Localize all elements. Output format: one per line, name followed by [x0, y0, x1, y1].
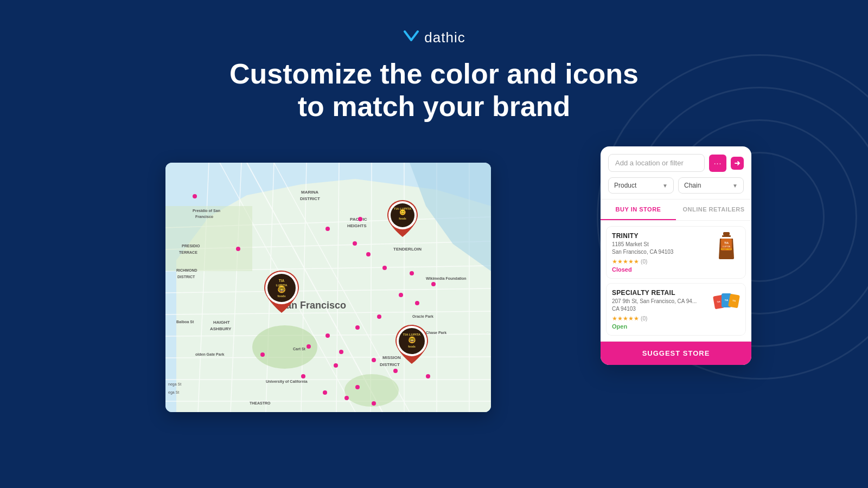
- logo-text: dathic: [424, 29, 465, 46]
- store-name-specialty: SPECIALTY RETAIL: [612, 289, 707, 297]
- tab-online-retailers[interactable]: ONLINE RETAILERS: [676, 200, 751, 220]
- store-status-trinity: Closed: [612, 266, 707, 273]
- svg-text:foods: foods: [278, 294, 286, 298]
- store-info-trinity: TRINITY 1185 Market St San Francisco, CA…: [612, 232, 707, 273]
- map-dot: [301, 374, 305, 378]
- map-dot: [260, 352, 265, 357]
- map-dot: [426, 374, 430, 378]
- store-info-specialty: SPECIALTY RETAIL 207 9th St, San Francis…: [612, 289, 707, 330]
- map-pin-3: TIA LUPITA 🤓 foods: [393, 323, 430, 366]
- svg-text:foods: foods: [399, 217, 406, 220]
- store-list: TRINITY 1185 Market St San Francisco, CA…: [601, 221, 751, 341]
- map-label-ashbury: ASHBURY: [210, 326, 231, 331]
- chain-filter[interactable]: Chain ▼: [678, 177, 744, 194]
- product-filter[interactable]: Product ▼: [608, 177, 674, 194]
- map-label-presidio-terrace: PRESIDIO: [182, 244, 200, 248]
- svg-text:LUPITA: LUPITA: [723, 245, 730, 248]
- map-dot: [358, 217, 362, 221]
- chain-filter-arrow: ▼: [732, 183, 738, 189]
- tab-buy-in-store[interactable]: BUY IN STORE: [601, 200, 676, 220]
- store-image-trinity: TIA LUPITA HOT SAUCE: [713, 232, 740, 259]
- map-dot: [393, 369, 398, 373]
- map-label-marina: MARINA: [301, 190, 318, 195]
- store-finder-panel: Add a location or filter ··· Product ▼ C…: [601, 146, 751, 365]
- search-row: Add a location or filter ···: [608, 154, 744, 172]
- svg-text:😊: 😊: [399, 209, 406, 216]
- headline: Customize the color and icons to match y…: [190, 58, 678, 123]
- map-dot: [377, 314, 381, 319]
- svg-text:🤓: 🤓: [277, 285, 286, 294]
- map-dot: [372, 401, 376, 406]
- suggest-store-button[interactable]: SUGGEST STORE: [601, 341, 751, 365]
- map-label-gate: olden Gate Park: [195, 352, 224, 356]
- store-card-specialty[interactable]: SPECIALTY RETAIL 207 9th St, San Francis…: [606, 283, 746, 336]
- svg-text:foods: foods: [408, 345, 416, 348]
- svg-text:TIA: TIA: [724, 241, 729, 245]
- store-status-specialty: Open: [612, 323, 707, 330]
- map-roads-svg: [165, 163, 491, 412]
- svg-rect-43: [723, 232, 730, 235]
- svg-text:HOT SAUCE: HOT SAUCE: [721, 248, 732, 251]
- map-dot: [355, 385, 360, 389]
- store-address-specialty: 207 9th St, San Francisco, CA 94... CA 9…: [612, 298, 707, 313]
- svg-rect-44: [722, 235, 731, 237]
- map-label-tenderloin: TENDERLOIN: [393, 247, 422, 252]
- logo: dathic: [0, 27, 868, 48]
- map-label-wikimedia: Wikimedia Foundation: [426, 277, 467, 280]
- map-label-heights: HEIGHTS: [347, 223, 367, 228]
- search-section: Add a location or filter ··· Product ▼ C…: [601, 146, 751, 200]
- map-dot: [326, 333, 330, 338]
- tabs-row: BUY IN STORE ONLINE RETAILERS: [601, 200, 751, 221]
- map-dot: [193, 194, 197, 198]
- map-label-marina2: DISTRICT: [300, 196, 320, 201]
- map-label-astro: THEASTRO: [250, 401, 271, 405]
- map-pin-1: TIA LUPITA 😊 foods: [385, 198, 420, 239]
- map-dot: [399, 293, 403, 297]
- map-dot: [326, 227, 330, 231]
- map-dot: [410, 271, 414, 275]
- map-dot: [334, 363, 338, 368]
- map-label-nega2: ega St: [168, 390, 179, 394]
- map-pin-2: TIA LUPITA 🤓 foods: [262, 268, 301, 314]
- store-stars-specialty: ★★★★★ (0): [612, 315, 707, 322]
- dots-button[interactable]: ···: [709, 155, 726, 172]
- map-dot: [323, 390, 327, 395]
- map-background: MARINA DISTRICT PACIFIC HEIGHTS Presidio…: [165, 163, 491, 412]
- map-label-haight: HAIGHT: [213, 320, 230, 325]
- map-label-ucal: University of California: [266, 380, 308, 383]
- map-dot: [382, 266, 387, 270]
- map-dot: [339, 350, 343, 354]
- store-image-specialty: TIA TIA TIA: [713, 289, 740, 316]
- search-arrow-button[interactable]: [731, 157, 744, 170]
- map-container: MARINA DISTRICT PACIFIC HEIGHTS Presidio…: [165, 163, 491, 412]
- map-label-richmond2: DISTRICT: [177, 275, 195, 279]
- map-label-presidio2: Francisco: [195, 215, 213, 219]
- product-filter-arrow: ▼: [662, 183, 668, 189]
- map-dot: [307, 344, 311, 349]
- map-label-cart: Cart St: [293, 347, 305, 351]
- header: dathic Customize the color and icons to …: [0, 0, 868, 123]
- location-filter-input[interactable]: Add a location or filter: [608, 154, 705, 172]
- map-label-presidio: Presidio of San: [193, 209, 220, 213]
- map-dot: [366, 252, 371, 256]
- map-label-balboa: Balboa St: [176, 320, 194, 324]
- map-dot: [415, 301, 419, 305]
- main-content: MARINA DISTRICT PACIFIC HEIGHTS Presidio…: [0, 163, 868, 488]
- svg-text:TIA: TIA: [279, 279, 285, 282]
- map-dot: [355, 325, 360, 330]
- map-label-richmond: RICHMOND: [176, 268, 197, 272]
- filter-row: Product ▼ Chain ▼: [608, 177, 744, 194]
- map-dot: [353, 241, 357, 246]
- map-dot: [344, 396, 349, 400]
- map-dot: [236, 247, 240, 251]
- store-stars-trinity: ★★★★★ (0): [612, 258, 707, 265]
- store-name-trinity: TRINITY: [612, 232, 707, 240]
- map-label-nega: nega St: [168, 382, 181, 386]
- map-label-presidio-terrace2: TERRACE: [179, 251, 197, 254]
- store-card-trinity[interactable]: TRINITY 1185 Market St San Francisco, CA…: [606, 226, 746, 279]
- map-dot: [431, 282, 436, 286]
- map-dot: [372, 358, 376, 362]
- svg-text:TIA: TIA: [725, 299, 729, 301]
- store-address-trinity: 1185 Market St San Francisco, CA 94103: [612, 241, 707, 256]
- map-label-oracle: Oracle Park: [412, 314, 433, 318]
